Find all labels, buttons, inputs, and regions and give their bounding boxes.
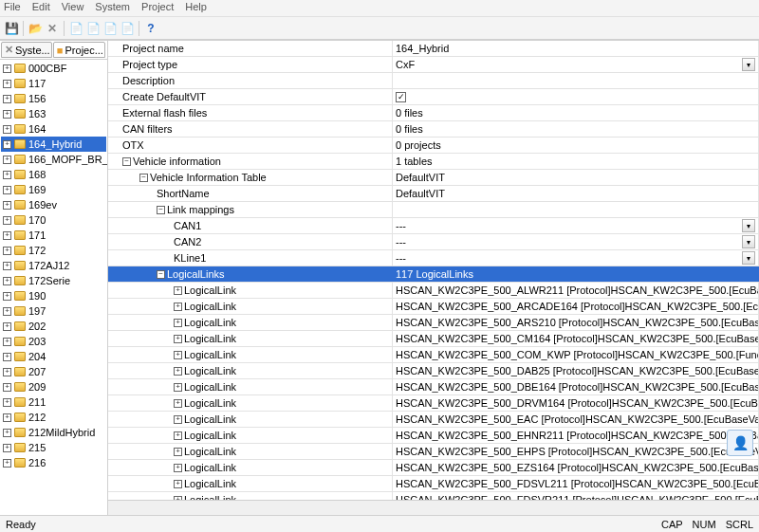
collapse-icon[interactable]: − [122,157,131,166]
doc2-icon[interactable]: 📄 [85,21,101,36]
collapse-icon[interactable]: − [139,174,148,182]
grid-row[interactable]: + LogicalLinkHSCAN_KW2C3PE_500_DRVM164 [… [108,395,759,412]
property-grid[interactable]: Project name164_Hybrid Project typeCxF▾ … [108,41,759,500]
expand-icon[interactable]: + [174,399,182,408]
expand-icon[interactable]: + [3,247,11,255]
grid-row[interactable]: Project typeCxF▾ [108,57,759,73]
menu-system[interactable]: System [95,1,130,15]
grid-row[interactable]: External flash files0 files [108,105,759,121]
dropdown-icon[interactable]: ▾ [742,219,755,232]
expand-icon[interactable]: + [3,171,11,179]
grid-row[interactable]: CAN1---▾ [108,218,759,234]
expand-icon[interactable]: + [3,110,11,119]
grid-row[interactable]: + LogicalLinkHSCAN_KW2C3PE_500_ALWR211 [… [108,283,759,299]
dropdown-icon[interactable]: ▾ [742,235,755,248]
tree-item[interactable]: +202 [1,319,106,334]
menu-project[interactable]: Project [141,1,174,15]
project-tree[interactable]: +000CBF+117+156+163+164+164_Hybrid+166_M… [0,60,107,515]
grid-row[interactable]: + LogicalLinkHSCAN_KW2C3PE_500_EHNR211 [… [108,428,759,444]
expand-icon[interactable]: + [3,429,11,437]
grid-row[interactable]: + LogicalLinkHSCAN_KW2C3PE_500_COM_KWP [… [108,347,759,363]
helper-button[interactable]: 👤 [727,430,753,456]
tree-item[interactable]: +163 [1,106,106,121]
grid-row[interactable]: ShortNameDefaultVIT [108,186,759,202]
expand-icon[interactable]: + [3,140,11,149]
grid-row[interactable]: KLine1---▾ [108,250,759,266]
expand-icon[interactable]: + [3,398,11,407]
expand-icon[interactable]: + [3,262,11,270]
menu-edit[interactable]: Edit [32,1,50,15]
expand-icon[interactable]: + [3,292,11,301]
expand-icon[interactable]: + [174,448,182,456]
grid-row[interactable]: OTX0 projects [108,138,759,154]
grid-row[interactable]: − Link mappings [108,202,759,218]
grid-row[interactable]: − Vehicle Information TableDefaultVIT [108,170,759,186]
open-icon[interactable]: 📂 [28,21,43,36]
expand-icon[interactable]: + [174,351,182,359]
expand-icon[interactable]: + [3,231,11,240]
collapse-icon[interactable]: − [157,206,165,214]
grid-row[interactable]: + LogicalLinkHSCAN_KW2C3PE_500_DBE164 [P… [108,379,759,395]
tree-item[interactable]: +000CBF [1,61,106,76]
tree-item[interactable]: +172Serie [1,273,106,288]
grid-row[interactable]: + LogicalLinkHSCAN_KW2C3PE_500_FDSVR211 … [108,492,759,500]
grid-value[interactable]: ---▾ [393,250,759,266]
expand-icon[interactable]: + [3,216,11,225]
tab-project[interactable]: ■Projec... [53,42,105,58]
tree-item[interactable]: +172 [1,243,106,258]
tree-item[interactable]: +197 [1,303,106,319]
grid-row[interactable]: + LogicalLinkHSCAN_KW2C3PE_500_FDSVL211 … [108,476,759,492]
dropdown-icon[interactable]: ▾ [742,251,755,265]
expand-icon[interactable]: + [3,201,11,210]
grid-row[interactable]: Description [108,73,759,89]
expand-icon[interactable]: + [3,80,11,88]
tree-item[interactable]: +209 [1,379,106,394]
grid-row[interactable]: + LogicalLinkHSCAN_KW2C3PE_500_ARCADE164… [108,299,759,315]
expand-icon[interactable]: + [174,303,182,311]
expand-icon[interactable]: + [174,383,182,392]
expand-icon[interactable]: + [174,335,182,343]
dropdown-icon[interactable]: ▾ [742,58,755,71]
tree-item[interactable]: +203 [1,334,106,349]
expand-icon[interactable]: + [174,464,182,472]
grid-row[interactable]: + LogicalLinkHSCAN_KW2C3PE_500_EZS164 [P… [108,460,759,476]
expand-icon[interactable]: + [3,186,11,194]
grid-row[interactable]: CAN filters0 files [108,121,759,138]
tab-system[interactable]: ✕Syste... [1,42,52,58]
expand-icon[interactable]: + [174,286,182,295]
grid-row[interactable]: + LogicalLinkHSCAN_KW2C3PE_500_ARS210 [P… [108,315,759,331]
tree-item[interactable]: +171 [1,228,106,243]
menu-help[interactable]: Help [185,1,207,15]
grid-row[interactable]: Create DefaultVIT✓ [108,89,759,105]
tree-item[interactable]: +166_MOPF_BR_2... [1,152,106,167]
grid-row[interactable]: + LogicalLinkHSCAN_KW2C3PE_500_EAC [Prot… [108,412,759,428]
menu-view[interactable]: View [62,1,84,15]
tree-item[interactable]: +164_Hybrid [1,137,106,152]
expand-icon[interactable]: + [3,125,11,134]
tree-item[interactable]: +207 [1,364,106,379]
tree-item[interactable]: +190 [1,288,106,303]
expand-icon[interactable]: + [3,444,11,452]
menu-file[interactable]: File [4,1,21,15]
grid-value[interactable]: ✓ [393,89,759,104]
expand-icon[interactable]: + [3,368,11,376]
tree-item[interactable]: +156 [1,91,106,106]
expand-icon[interactable]: + [3,383,11,392]
tree-item[interactable]: +168 [1,167,106,182]
doc4-icon[interactable]: 📄 [120,21,135,36]
expand-icon[interactable]: + [3,95,11,103]
tree-item[interactable]: +215 [1,440,106,455]
grid-value[interactable]: CxF▾ [393,57,759,72]
h-scrollbar[interactable] [108,500,759,515]
tree-item[interactable]: +117 [1,76,106,91]
help-icon[interactable]: ? [143,21,158,36]
close-icon[interactable]: ✕ [45,21,60,36]
expand-icon[interactable]: + [3,322,11,331]
expand-icon[interactable]: + [174,319,182,327]
tree-item[interactable]: +216 [1,455,106,470]
tree-item[interactable]: +172AJ12 [1,258,106,273]
expand-icon[interactable]: + [3,277,11,285]
expand-icon[interactable]: + [3,307,11,316]
grid-row[interactable]: + LogicalLinkHSCAN_KW2C3PE_500_DAB25 [Pr… [108,363,759,379]
doc3-icon[interactable]: 📄 [102,21,118,36]
